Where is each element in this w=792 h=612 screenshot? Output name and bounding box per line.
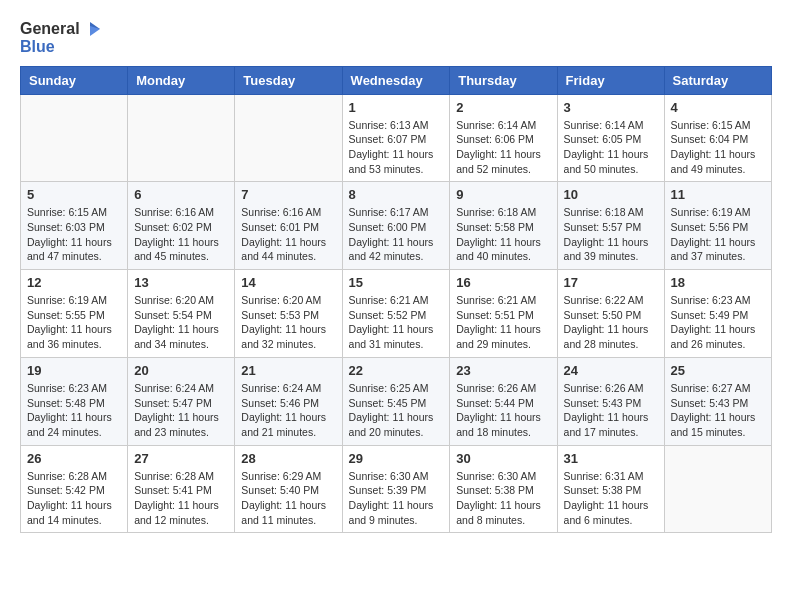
day-info: Sunrise: 6:29 AM Sunset: 5:40 PM Dayligh… bbox=[241, 469, 335, 528]
day-info: Sunrise: 6:28 AM Sunset: 5:42 PM Dayligh… bbox=[27, 469, 121, 528]
day-number: 10 bbox=[564, 187, 658, 202]
day-info: Sunrise: 6:15 AM Sunset: 6:03 PM Dayligh… bbox=[27, 205, 121, 264]
day-info: Sunrise: 6:25 AM Sunset: 5:45 PM Dayligh… bbox=[349, 381, 444, 440]
day-info: Sunrise: 6:21 AM Sunset: 5:52 PM Dayligh… bbox=[349, 293, 444, 352]
day-info: Sunrise: 6:20 AM Sunset: 5:53 PM Dayligh… bbox=[241, 293, 335, 352]
day-number: 6 bbox=[134, 187, 228, 202]
page-header: General Blue bbox=[20, 20, 772, 56]
calendar-cell: 11Sunrise: 6:19 AM Sunset: 5:56 PM Dayli… bbox=[664, 182, 771, 270]
day-info: Sunrise: 6:26 AM Sunset: 5:43 PM Dayligh… bbox=[564, 381, 658, 440]
weekday-header-wednesday: Wednesday bbox=[342, 66, 450, 94]
calendar-cell: 1Sunrise: 6:13 AM Sunset: 6:07 PM Daylig… bbox=[342, 94, 450, 182]
day-info: Sunrise: 6:22 AM Sunset: 5:50 PM Dayligh… bbox=[564, 293, 658, 352]
day-number: 21 bbox=[241, 363, 335, 378]
day-number: 13 bbox=[134, 275, 228, 290]
calendar-cell: 19Sunrise: 6:23 AM Sunset: 5:48 PM Dayli… bbox=[21, 357, 128, 445]
day-number: 16 bbox=[456, 275, 550, 290]
week-row-2: 5Sunrise: 6:15 AM Sunset: 6:03 PM Daylig… bbox=[21, 182, 772, 270]
day-info: Sunrise: 6:18 AM Sunset: 5:58 PM Dayligh… bbox=[456, 205, 550, 264]
day-info: Sunrise: 6:31 AM Sunset: 5:38 PM Dayligh… bbox=[564, 469, 658, 528]
day-number: 5 bbox=[27, 187, 121, 202]
day-info: Sunrise: 6:14 AM Sunset: 6:05 PM Dayligh… bbox=[564, 118, 658, 177]
weekday-header-tuesday: Tuesday bbox=[235, 66, 342, 94]
logo: General Blue bbox=[20, 20, 100, 56]
day-info: Sunrise: 6:20 AM Sunset: 5:54 PM Dayligh… bbox=[134, 293, 228, 352]
calendar-cell: 23Sunrise: 6:26 AM Sunset: 5:44 PM Dayli… bbox=[450, 357, 557, 445]
calendar-cell: 31Sunrise: 6:31 AM Sunset: 5:38 PM Dayli… bbox=[557, 445, 664, 533]
day-info: Sunrise: 6:16 AM Sunset: 6:02 PM Dayligh… bbox=[134, 205, 228, 264]
calendar-cell: 2Sunrise: 6:14 AM Sunset: 6:06 PM Daylig… bbox=[450, 94, 557, 182]
weekday-header-monday: Monday bbox=[128, 66, 235, 94]
calendar-cell: 7Sunrise: 6:16 AM Sunset: 6:01 PM Daylig… bbox=[235, 182, 342, 270]
calendar-cell: 8Sunrise: 6:17 AM Sunset: 6:00 PM Daylig… bbox=[342, 182, 450, 270]
weekday-header-friday: Friday bbox=[557, 66, 664, 94]
day-number: 27 bbox=[134, 451, 228, 466]
day-info: Sunrise: 6:13 AM Sunset: 6:07 PM Dayligh… bbox=[349, 118, 444, 177]
day-info: Sunrise: 6:19 AM Sunset: 5:55 PM Dayligh… bbox=[27, 293, 121, 352]
day-info: Sunrise: 6:15 AM Sunset: 6:04 PM Dayligh… bbox=[671, 118, 765, 177]
day-info: Sunrise: 6:30 AM Sunset: 5:38 PM Dayligh… bbox=[456, 469, 550, 528]
day-number: 18 bbox=[671, 275, 765, 290]
calendar-cell: 17Sunrise: 6:22 AM Sunset: 5:50 PM Dayli… bbox=[557, 270, 664, 358]
calendar-cell: 10Sunrise: 6:18 AM Sunset: 5:57 PM Dayli… bbox=[557, 182, 664, 270]
day-number: 7 bbox=[241, 187, 335, 202]
calendar-cell: 4Sunrise: 6:15 AM Sunset: 6:04 PM Daylig… bbox=[664, 94, 771, 182]
weekday-header-thursday: Thursday bbox=[450, 66, 557, 94]
calendar-cell: 29Sunrise: 6:30 AM Sunset: 5:39 PM Dayli… bbox=[342, 445, 450, 533]
calendar-cell: 18Sunrise: 6:23 AM Sunset: 5:49 PM Dayli… bbox=[664, 270, 771, 358]
day-info: Sunrise: 6:19 AM Sunset: 5:56 PM Dayligh… bbox=[671, 205, 765, 264]
calendar-cell: 27Sunrise: 6:28 AM Sunset: 5:41 PM Dayli… bbox=[128, 445, 235, 533]
logo-general: General bbox=[20, 20, 80, 38]
week-row-4: 19Sunrise: 6:23 AM Sunset: 5:48 PM Dayli… bbox=[21, 357, 772, 445]
calendar-cell: 14Sunrise: 6:20 AM Sunset: 5:53 PM Dayli… bbox=[235, 270, 342, 358]
day-number: 26 bbox=[27, 451, 121, 466]
calendar-cell: 15Sunrise: 6:21 AM Sunset: 5:52 PM Dayli… bbox=[342, 270, 450, 358]
day-number: 3 bbox=[564, 100, 658, 115]
calendar-cell: 21Sunrise: 6:24 AM Sunset: 5:46 PM Dayli… bbox=[235, 357, 342, 445]
week-row-1: 1Sunrise: 6:13 AM Sunset: 6:07 PM Daylig… bbox=[21, 94, 772, 182]
day-number: 24 bbox=[564, 363, 658, 378]
day-info: Sunrise: 6:16 AM Sunset: 6:01 PM Dayligh… bbox=[241, 205, 335, 264]
day-info: Sunrise: 6:24 AM Sunset: 5:47 PM Dayligh… bbox=[134, 381, 228, 440]
day-info: Sunrise: 6:30 AM Sunset: 5:39 PM Dayligh… bbox=[349, 469, 444, 528]
day-number: 8 bbox=[349, 187, 444, 202]
day-number: 31 bbox=[564, 451, 658, 466]
calendar-cell bbox=[21, 94, 128, 182]
calendar-table: SundayMondayTuesdayWednesdayThursdayFrid… bbox=[20, 66, 772, 534]
calendar-cell: 13Sunrise: 6:20 AM Sunset: 5:54 PM Dayli… bbox=[128, 270, 235, 358]
calendar-cell: 25Sunrise: 6:27 AM Sunset: 5:43 PM Dayli… bbox=[664, 357, 771, 445]
day-number: 12 bbox=[27, 275, 121, 290]
day-info: Sunrise: 6:23 AM Sunset: 5:49 PM Dayligh… bbox=[671, 293, 765, 352]
day-info: Sunrise: 6:28 AM Sunset: 5:41 PM Dayligh… bbox=[134, 469, 228, 528]
day-number: 29 bbox=[349, 451, 444, 466]
day-info: Sunrise: 6:27 AM Sunset: 5:43 PM Dayligh… bbox=[671, 381, 765, 440]
calendar-cell bbox=[235, 94, 342, 182]
logo-blue: Blue bbox=[20, 38, 100, 56]
day-info: Sunrise: 6:14 AM Sunset: 6:06 PM Dayligh… bbox=[456, 118, 550, 177]
logo-wordmark: General Blue bbox=[20, 20, 100, 56]
calendar-cell: 28Sunrise: 6:29 AM Sunset: 5:40 PM Dayli… bbox=[235, 445, 342, 533]
day-number: 15 bbox=[349, 275, 444, 290]
svg-marker-1 bbox=[90, 26, 100, 36]
day-number: 11 bbox=[671, 187, 765, 202]
day-info: Sunrise: 6:21 AM Sunset: 5:51 PM Dayligh… bbox=[456, 293, 550, 352]
calendar-cell: 26Sunrise: 6:28 AM Sunset: 5:42 PM Dayli… bbox=[21, 445, 128, 533]
day-number: 23 bbox=[456, 363, 550, 378]
day-number: 28 bbox=[241, 451, 335, 466]
day-number: 4 bbox=[671, 100, 765, 115]
calendar-cell: 24Sunrise: 6:26 AM Sunset: 5:43 PM Dayli… bbox=[557, 357, 664, 445]
week-row-5: 26Sunrise: 6:28 AM Sunset: 5:42 PM Dayli… bbox=[21, 445, 772, 533]
day-number: 2 bbox=[456, 100, 550, 115]
day-number: 9 bbox=[456, 187, 550, 202]
day-number: 1 bbox=[349, 100, 444, 115]
calendar-cell: 9Sunrise: 6:18 AM Sunset: 5:58 PM Daylig… bbox=[450, 182, 557, 270]
day-number: 19 bbox=[27, 363, 121, 378]
logo-bird-icon bbox=[82, 20, 100, 38]
day-info: Sunrise: 6:26 AM Sunset: 5:44 PM Dayligh… bbox=[456, 381, 550, 440]
weekday-header-sunday: Sunday bbox=[21, 66, 128, 94]
day-number: 30 bbox=[456, 451, 550, 466]
calendar-cell: 16Sunrise: 6:21 AM Sunset: 5:51 PM Dayli… bbox=[450, 270, 557, 358]
day-number: 17 bbox=[564, 275, 658, 290]
calendar-cell: 6Sunrise: 6:16 AM Sunset: 6:02 PM Daylig… bbox=[128, 182, 235, 270]
calendar-cell bbox=[664, 445, 771, 533]
